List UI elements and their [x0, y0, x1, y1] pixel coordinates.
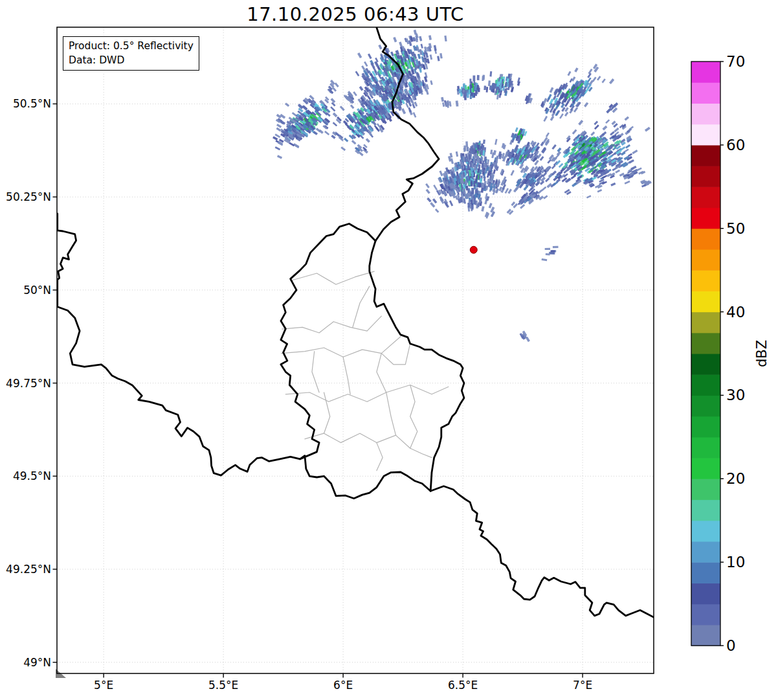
- colorbar-tick-label: 50: [726, 220, 745, 237]
- colorbar-unit-label: dBZ: [752, 333, 772, 374]
- admin-borders: [282, 271, 449, 471]
- product-info-box: Product: 0.5° Reflectivity Data: DWD: [63, 36, 199, 71]
- plot-frame: [57, 27, 654, 673]
- x-tick-label: 6°E: [333, 679, 353, 692]
- x-tick-label: 6.5°E: [448, 679, 478, 692]
- colorbar-tick-label: 0: [726, 637, 736, 654]
- colorbar: 010203040506070: [691, 53, 745, 654]
- x-tick-label: 7°E: [573, 679, 592, 692]
- x-tick-label: 5.5°E: [208, 679, 238, 692]
- product-line: Product: 0.5° Reflectivity: [69, 39, 194, 53]
- colorbar-tick-label: 20: [726, 470, 745, 487]
- map-plot: 5°E5.5°E6°E6.5°E7°E49°N49.25°N49.5°N49.7…: [0, 0, 778, 700]
- data-source-line: Data: DWD: [69, 53, 194, 67]
- colorbar-tick-label: 70: [726, 53, 745, 70]
- radar-figure: 17.10.2025 06:43 UTC 5°E5.5°E6°E6.5°E7°E…: [0, 0, 778, 700]
- y-tick-label: 50.5°N: [13, 97, 51, 110]
- colorbar-tick-label: 40: [726, 304, 745, 321]
- y-tick-label: 50°N: [23, 284, 51, 297]
- colorbar-tick-label: 30: [726, 387, 745, 403]
- y-tick-label: 49.25°N: [6, 563, 51, 576]
- x-tick-label: 5°E: [94, 679, 113, 692]
- y-tick-label: 49°N: [23, 656, 51, 669]
- colorbar-tick-label: 10: [726, 554, 745, 570]
- grid-lines: [57, 27, 654, 673]
- y-tick-label: 49.75°N: [6, 377, 51, 390]
- colorbar-tick-label: 60: [726, 137, 745, 153]
- y-tick-label: 50.25°N: [6, 190, 51, 203]
- y-tick-label: 49.5°N: [13, 469, 51, 482]
- radar-site-marker: [470, 246, 477, 253]
- radar-echo-layer: [272, 30, 652, 342]
